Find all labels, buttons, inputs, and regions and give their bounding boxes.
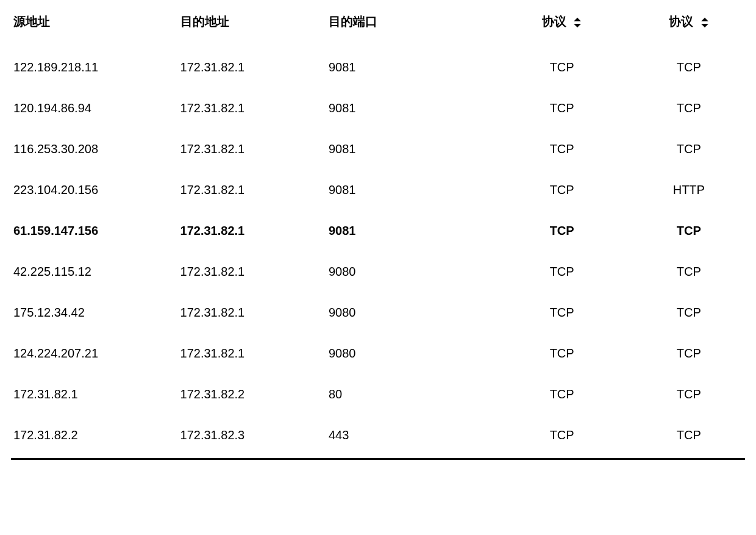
cell-port: 9081	[326, 170, 491, 210]
cell-proto2: TCP	[633, 415, 745, 459]
cell-proto2: TCP	[633, 47, 745, 88]
header-proto1-label: 协议	[542, 15, 566, 28]
cell-port: 9081	[326, 129, 491, 170]
cell-source: 116.253.30.208	[11, 129, 178, 170]
cell-proto1: TCP	[491, 210, 633, 251]
cell-port: 9081	[326, 47, 491, 88]
header-port[interactable]: 目的端口	[326, 5, 491, 47]
sort-icon[interactable]	[573, 17, 582, 28]
cell-port: 9080	[326, 251, 491, 292]
cell-dest: 172.31.82.1	[178, 47, 326, 88]
cell-port: 9080	[326, 292, 491, 333]
cell-dest: 172.31.82.1	[178, 170, 326, 210]
cell-dest: 172.31.82.1	[178, 251, 326, 292]
cell-proto1: TCP	[491, 292, 633, 333]
header-dest[interactable]: 目的地址	[178, 5, 326, 47]
svg-marker-0	[574, 18, 581, 21]
network-table: 源地址 目的地址 目的端口 协议 协议 122.189.218.11	[11, 5, 745, 460]
cell-proto2: TCP	[633, 210, 745, 251]
table-body: 122.189.218.11172.31.82.19081TCPTCP120.1…	[11, 47, 745, 459]
cell-dest: 172.31.82.1	[178, 129, 326, 170]
table-row: 175.12.34.42172.31.82.19080TCPTCP	[11, 292, 745, 333]
cell-source: 175.12.34.42	[11, 292, 178, 333]
cell-dest: 172.31.82.2	[178, 374, 326, 415]
cell-port: 9080	[326, 333, 491, 374]
cell-dest: 172.31.82.1	[178, 210, 326, 251]
header-dest-label: 目的地址	[180, 15, 229, 28]
cell-proto1: TCP	[491, 88, 633, 129]
cell-proto1: TCP	[491, 129, 633, 170]
cell-dest: 172.31.82.1	[178, 292, 326, 333]
header-proto2[interactable]: 协议	[633, 5, 745, 47]
cell-proto2: TCP	[633, 251, 745, 292]
cell-proto2: TCP	[633, 129, 745, 170]
sort-icon[interactable]	[701, 17, 709, 28]
cell-dest: 172.31.82.3	[178, 415, 326, 459]
cell-source: 172.31.82.1	[11, 374, 178, 415]
table-row: 116.253.30.208172.31.82.19081TCPTCP	[11, 129, 745, 170]
cell-proto2: TCP	[633, 333, 745, 374]
cell-port: 80	[326, 374, 491, 415]
header-proto1[interactable]: 协议	[491, 5, 633, 47]
table-row: 223.104.20.156172.31.82.19081TCPHTTP	[11, 170, 745, 210]
svg-marker-2	[701, 18, 708, 21]
table-row: 120.194.86.94172.31.82.19081TCPTCP	[11, 88, 745, 129]
cell-proto2: TCP	[633, 88, 745, 129]
cell-proto2: HTTP	[633, 170, 745, 210]
cell-source: 61.159.147.156	[11, 210, 178, 251]
cell-port: 9081	[326, 88, 491, 129]
cell-proto1: TCP	[491, 47, 633, 88]
svg-marker-1	[574, 24, 581, 27]
header-source-label: 源地址	[13, 15, 50, 28]
cell-proto1: TCP	[491, 415, 633, 459]
cell-port: 443	[326, 415, 491, 459]
cell-source: 223.104.20.156	[11, 170, 178, 210]
table-row: 172.31.82.2172.31.82.3443TCPTCP	[11, 415, 745, 459]
table-row: 42.225.115.12172.31.82.19080TCPTCP	[11, 251, 745, 292]
cell-proto2: TCP	[633, 374, 745, 415]
cell-source: 124.224.207.21	[11, 333, 178, 374]
cell-proto1: TCP	[491, 374, 633, 415]
cell-dest: 172.31.82.1	[178, 88, 326, 129]
table-row: 122.189.218.11172.31.82.19081TCPTCP	[11, 47, 745, 88]
cell-source: 172.31.82.2	[11, 415, 178, 459]
cell-port: 9081	[326, 210, 491, 251]
cell-proto1: TCP	[491, 170, 633, 210]
header-port-label: 目的端口	[329, 15, 377, 28]
table-row: 61.159.147.156172.31.82.19081TCPTCP	[11, 210, 745, 251]
cell-source: 122.189.218.11	[11, 47, 178, 88]
cell-dest: 172.31.82.1	[178, 333, 326, 374]
cell-proto2: TCP	[633, 292, 745, 333]
table-header: 源地址 目的地址 目的端口 协议 协议	[11, 5, 745, 47]
header-source[interactable]: 源地址	[11, 5, 178, 47]
cell-proto1: TCP	[491, 251, 633, 292]
header-proto2-label: 协议	[669, 15, 693, 28]
table-row: 124.224.207.21172.31.82.19080TCPTCP	[11, 333, 745, 374]
cell-source: 42.225.115.12	[11, 251, 178, 292]
cell-source: 120.194.86.94	[11, 88, 178, 129]
table-row: 172.31.82.1172.31.82.280TCPTCP	[11, 374, 745, 415]
svg-marker-3	[701, 24, 708, 27]
cell-proto1: TCP	[491, 333, 633, 374]
